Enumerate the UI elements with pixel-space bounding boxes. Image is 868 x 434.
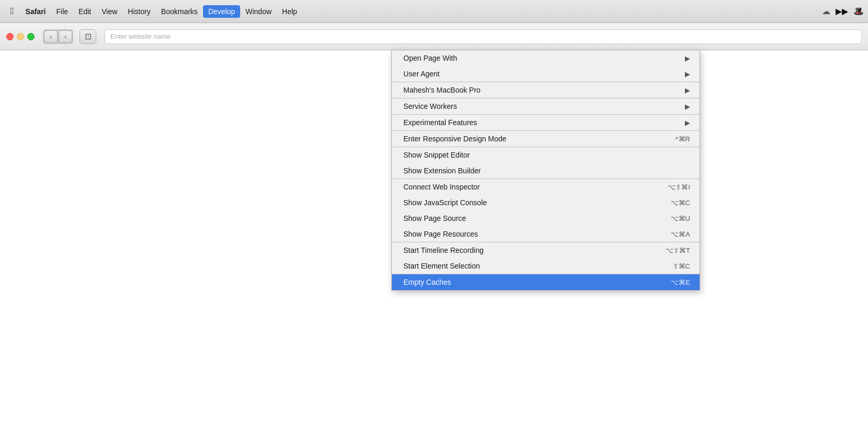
menubar-develop[interactable]: Develop	[203, 5, 240, 18]
menubar-items:  Safari File Edit View History Bookmark…	[4, 4, 822, 19]
menu-group-3: Service Workers ▶	[392, 98, 700, 115]
menu-item-timeline-recording[interactable]: Start Timeline Recording ⌥⇧⌘T	[392, 242, 700, 258]
maximize-button[interactable]	[27, 33, 35, 40]
menu-item-page-source[interactable]: Show Page Source ⌥⌘U	[392, 210, 700, 226]
sidebar-toggle-button[interactable]: ⊡	[80, 29, 96, 44]
toolbar: ‹ › ⊡ Enter website name	[0, 23, 868, 50]
javascript-console-shortcut: ⌥⌘C	[671, 199, 690, 207]
url-bar[interactable]: Enter website name	[105, 29, 862, 44]
menu-item-user-agent[interactable]: User Agent ▶	[392, 66, 700, 82]
empty-caches-label: Empty Caches	[403, 278, 451, 286]
timeline-recording-label: Start Timeline Recording	[403, 246, 483, 254]
menu-group-1: Open Page With ▶ User Agent ▶	[392, 50, 700, 82]
hat-icon: 🎩	[853, 6, 864, 16]
menubar-right-icons: ☁ ▶▶ 🎩	[822, 6, 864, 16]
macbook-pro-arrow: ▶	[685, 86, 690, 94]
page-source-label: Show Page Source	[403, 214, 466, 222]
page-resources-shortcut: ⌥⌘A	[671, 230, 690, 238]
url-placeholder: Enter website name	[110, 32, 171, 40]
macbook-pro-label: Mahesh's MacBook Pro	[403, 86, 480, 94]
timeline-recording-shortcut: ⌥⇧⌘T	[666, 247, 690, 254]
back-button[interactable]: ‹	[44, 30, 58, 43]
minimize-button[interactable]	[17, 33, 24, 40]
menu-item-empty-caches[interactable]: Empty Caches ⌥⌘E	[392, 274, 700, 290]
responsive-design-label: Enter Responsive Design Mode	[403, 135, 506, 143]
menu-item-extension-builder[interactable]: Show Extension Builder	[392, 163, 700, 179]
menubar-edit[interactable]: Edit	[73, 5, 96, 18]
forward-button[interactable]: ›	[59, 30, 72, 43]
menu-group-7: Connect Web Inspector ⌥⇧⌘I Show JavaScri…	[392, 179, 700, 242]
menu-item-snippet-editor[interactable]: Show Snippet Editor	[392, 147, 700, 163]
user-agent-arrow: ▶	[685, 70, 690, 78]
page-source-shortcut: ⌥⌘U	[671, 215, 690, 222]
menu-group-2: Mahesh's MacBook Pro ▶	[392, 82, 700, 98]
responsive-design-shortcut: ^⌘R	[675, 135, 691, 143]
menu-item-element-selection[interactable]: Start Element Selection ⇧⌘C	[392, 258, 700, 274]
menubar-history[interactable]: History	[122, 5, 156, 18]
snippet-editor-label: Show Snippet Editor	[403, 151, 470, 159]
menu-item-macbook-pro[interactable]: Mahesh's MacBook Pro ▶	[392, 82, 700, 98]
menu-group-6: Show Snippet Editor Show Extension Build…	[392, 147, 700, 179]
empty-caches-shortcut: ⌥⌘E	[671, 279, 690, 286]
traffic-lights	[6, 33, 35, 40]
connect-web-inspector-shortcut: ⌥⇧⌘I	[668, 183, 690, 191]
menubar-apple[interactable]: 	[4, 4, 20, 19]
icloud-icon: ☁	[822, 6, 830, 16]
menu-group-5: Enter Responsive Design Mode ^⌘R	[392, 131, 700, 147]
menubar:  Safari File Edit View History Bookmark…	[0, 0, 868, 23]
open-page-with-label: Open Page With	[403, 54, 457, 62]
service-workers-label: Service Workers	[403, 102, 457, 110]
menu-group-4: Experimental Features ▶	[392, 115, 700, 131]
menubar-bookmarks[interactable]: Bookmarks	[156, 5, 203, 18]
menu-item-connect-web-inspector[interactable]: Connect Web Inspector ⌥⇧⌘I	[392, 179, 700, 195]
menubar-file[interactable]: File	[51, 5, 74, 18]
experimental-features-arrow: ▶	[685, 119, 690, 127]
main-content: Open Page With ▶ User Agent ▶ Mahesh's M…	[0, 50, 868, 434]
extension-builder-label: Show Extension Builder	[403, 166, 481, 175]
menubar-help[interactable]: Help	[277, 5, 302, 18]
menu-item-responsive-design[interactable]: Enter Responsive Design Mode ^⌘R	[392, 131, 700, 147]
menubar-view[interactable]: View	[96, 5, 122, 18]
experimental-features-label: Experimental Features	[403, 118, 477, 127]
menu-item-open-page-with[interactable]: Open Page With ▶	[392, 50, 700, 66]
menu-group-9: Empty Caches ⌥⌘E	[392, 274, 700, 290]
close-button[interactable]	[6, 33, 14, 40]
menu-item-javascript-console[interactable]: Show JavaScript Console ⌥⌘C	[392, 195, 700, 210]
menubar-window[interactable]: Window	[240, 5, 277, 18]
menu-item-experimental-features[interactable]: Experimental Features ▶	[392, 115, 700, 130]
menu-item-service-workers[interactable]: Service Workers ▶	[392, 98, 700, 114]
open-page-with-arrow: ▶	[685, 54, 690, 62]
nav-buttons: ‹ ›	[43, 29, 73, 44]
element-selection-label: Start Element Selection	[403, 262, 480, 270]
javascript-console-label: Show JavaScript Console	[403, 198, 487, 207]
connect-web-inspector-label: Connect Web Inspector	[403, 183, 480, 191]
menu-group-8: Start Timeline Recording ⌥⇧⌘T Start Elem…	[392, 242, 700, 274]
menu-item-page-resources[interactable]: Show Page Resources ⌥⌘A	[392, 226, 700, 242]
forward-icon: ▶▶	[836, 6, 848, 16]
user-agent-label: User Agent	[403, 70, 439, 78]
element-selection-shortcut: ⇧⌘C	[673, 262, 690, 270]
service-workers-arrow: ▶	[685, 103, 690, 110]
menubar-safari[interactable]: Safari	[20, 5, 51, 18]
page-resources-label: Show Page Resources	[403, 230, 478, 238]
develop-dropdown-menu: Open Page With ▶ User Agent ▶ Mahesh's M…	[391, 50, 700, 291]
